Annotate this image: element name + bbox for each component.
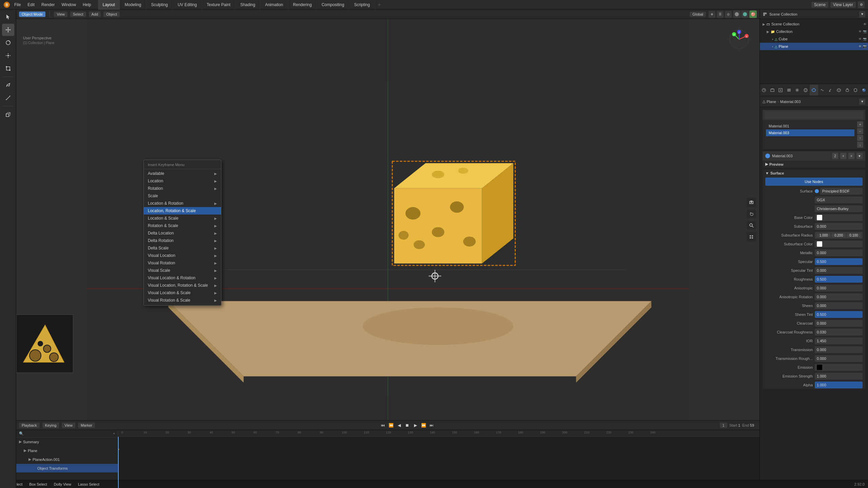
plane-vis-icon[interactable]: 👁 (859, 45, 862, 48)
jump-start-btn[interactable]: ⏮ (379, 422, 386, 429)
prop-value-13[interactable]: 0.030 (815, 329, 863, 336)
keying-btn[interactable]: Keying (42, 423, 59, 428)
prop-value-9[interactable]: 0.000 (815, 293, 863, 300)
prop-value-11[interactable]: 0.500 (815, 311, 863, 318)
menu-window[interactable]: Window (58, 2, 79, 7)
measure-tool[interactable] (2, 92, 14, 104)
plane-render-icon[interactable]: 📷 (863, 45, 867, 48)
material-search[interactable] (765, 111, 863, 119)
view-layer-selector[interactable]: View Layer (830, 2, 856, 8)
remove-material-btn[interactable]: − (857, 128, 863, 134)
constraints-tab[interactable] (843, 85, 851, 96)
tab-scripting[interactable]: Scripting (349, 0, 375, 9)
menu-item-12[interactable]: Visual Rotation▶ (144, 259, 221, 267)
modifier-props-tab[interactable] (818, 85, 827, 96)
play-btn[interactable]: ▶ (412, 422, 419, 429)
prop-value-0[interactable] (815, 214, 863, 221)
prop-value-7[interactable]: 0.500 (815, 276, 863, 283)
menu-item-2[interactable]: Rotation▶ (144, 185, 221, 192)
next-frame-btn[interactable]: ⏩ (420, 422, 427, 429)
menu-render[interactable]: Render (38, 2, 58, 7)
tab-shading[interactable]: Shading (236, 0, 260, 9)
tab-layout[interactable]: Layout (98, 0, 120, 9)
jump-end-btn[interactable]: ⏭ (428, 422, 435, 429)
menu-edit[interactable]: Edit (24, 2, 38, 7)
track-item-2[interactable]: ▶PlaneAction.001 (16, 455, 118, 464)
material-001[interactable]: Material.001 (766, 123, 854, 129)
material-browse-btn[interactable]: × (848, 153, 854, 159)
rgb-val-2-2[interactable]: 0.100 (847, 233, 861, 237)
add-material-btn[interactable]: + (857, 121, 863, 127)
play-reverse-btn[interactable]: ◀ (396, 422, 402, 429)
rgb-val-2-0[interactable]: 1.000 (817, 233, 830, 237)
menu-item-4[interactable]: Location & Rotation▶ (144, 200, 221, 207)
add-workspace-btn[interactable]: + (375, 2, 383, 8)
menu-item-15[interactable]: Visual Location, Rotation & Scale▶ (144, 282, 221, 289)
axes-gizmo[interactable]: X Y Z (729, 29, 749, 49)
prop-value-16[interactable]: 0.000 (815, 355, 863, 362)
outliner-scene-collection[interactable]: ▶ 🗃 Scene Collection 👁 (760, 20, 868, 28)
rotate-tool[interactable] (2, 37, 14, 49)
material-single-user-btn[interactable]: 2 (832, 153, 838, 159)
annotate-tool[interactable] (2, 79, 14, 91)
start-value[interactable]: 1 (738, 423, 740, 427)
distribution-value[interactable]: GGX (815, 197, 863, 203)
surface-header[interactable]: ▼ Surface (763, 170, 865, 177)
preview-header[interactable]: ▶ Preview (763, 161, 865, 168)
add-menu[interactable]: Add (89, 12, 101, 17)
menu-item-1[interactable]: Location▶ (144, 177, 221, 185)
gizmo-toggle[interactable]: ⊕ (709, 11, 715, 18)
prop-value-10[interactable]: 0.000 (815, 302, 863, 309)
col-visibility-icon[interactable]: 👁 (859, 30, 862, 33)
physics-tab[interactable] (835, 85, 843, 96)
use-nodes-btn[interactable]: Use Nodes (765, 178, 863, 186)
menu-item-17[interactable]: Visual Rotation & Scale▶ (144, 297, 221, 304)
cube-render-icon[interactable]: 📷 (863, 37, 867, 41)
menu-help[interactable]: Help (79, 2, 95, 7)
menu-item-8[interactable]: Delta Location▶ (144, 229, 221, 237)
hand-icon[interactable] (747, 209, 756, 219)
search-tracks[interactable]: 🔍 (19, 431, 111, 436)
menu-item-7[interactable]: Rotation & Scale▶ (144, 222, 221, 229)
prev-frame-btn[interactable]: ⏪ (388, 422, 394, 429)
scene-props-tab[interactable] (760, 85, 768, 96)
transform-tool[interactable] (2, 62, 14, 75)
render-props-tab[interactable] (768, 85, 777, 96)
prop-value-4[interactable]: 0.000 (815, 249, 863, 256)
mode-selector[interactable]: Object Mode (19, 12, 45, 17)
data-props-tab[interactable] (851, 85, 860, 96)
outliner-filter-btn[interactable]: ▼ (859, 11, 865, 17)
solid-shading-btn[interactable] (733, 11, 741, 18)
particles-tab[interactable] (826, 85, 835, 96)
prop-value-17[interactable] (815, 364, 863, 371)
subsurface-method-value[interactable]: Christensen-Burley (815, 205, 863, 212)
cube-vis-icon[interactable]: 👁 (859, 37, 862, 41)
move-up-material-btn[interactable]: ↑ (857, 135, 863, 141)
menu-item-3[interactable]: Scale (144, 192, 221, 200)
global-selector[interactable]: Global (690, 12, 706, 17)
menu-item-5[interactable]: Location, Rotation & Scale (144, 207, 221, 215)
material-003[interactable]: Material.003 (766, 129, 854, 136)
cursor-tool[interactable] (2, 11, 14, 23)
material-new-btn[interactable]: + (840, 153, 846, 159)
menu-item-9[interactable]: Delta Rotation▶ (144, 237, 221, 244)
tab-compositing[interactable]: Compositing (317, 0, 349, 9)
menu-item-16[interactable]: Visual Location & Scale▶ (144, 289, 221, 297)
prop-value-5[interactable]: 0.500 (815, 258, 863, 265)
menu-item-13[interactable]: Visual Scale▶ (144, 267, 221, 274)
rgb-val-2-1[interactable]: 0.200 (832, 233, 845, 237)
prop-value-18[interactable]: 1.000 (815, 373, 863, 380)
col-render-icon[interactable]: 📷 (863, 30, 867, 33)
tab-rendering[interactable]: Rendering (288, 0, 317, 9)
outliner-cube[interactable]: ▪ △ Cube 👁 📷 (760, 35, 868, 43)
camera-icon[interactable] (747, 198, 756, 207)
output-props-tab[interactable] (776, 85, 785, 96)
world-props-tab[interactable] (802, 85, 810, 96)
material-options-btn[interactable]: ▼ (856, 153, 863, 159)
menu-item-6[interactable]: Location & Scale▶ (144, 215, 221, 222)
material-shading-btn[interactable] (741, 11, 749, 18)
track-item-1[interactable]: ▶Plane (16, 446, 118, 455)
material-props-tab[interactable] (860, 85, 868, 96)
overlay-toggle[interactable]: ☰ (717, 11, 724, 18)
zoom-icon[interactable] (747, 221, 756, 230)
